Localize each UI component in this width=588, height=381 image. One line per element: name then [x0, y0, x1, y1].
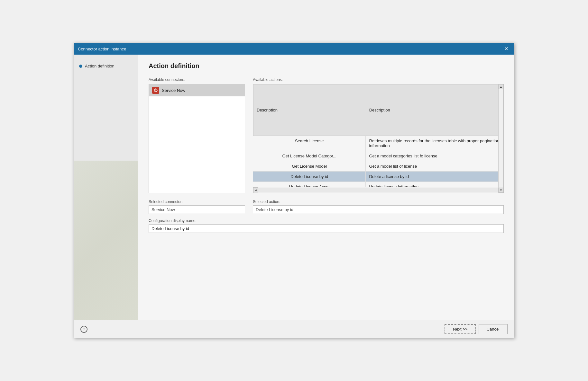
table-row[interactable]: Search LicenseRetrieves multiple records…: [253, 136, 503, 151]
selected-action-input[interactable]: [253, 205, 504, 214]
available-connectors-label: Available connectors:: [149, 77, 245, 82]
action-name-cell: Delete License by id: [253, 171, 366, 182]
title-bar: Connector action instance ✕: [74, 43, 514, 55]
main-content: Action definition Available connectors: …: [138, 55, 514, 320]
horizontal-scrollbar[interactable]: ◄ ►: [253, 187, 503, 193]
available-actions-label: Available actions:: [253, 77, 504, 82]
scroll-left-arrow[interactable]: ◄: [253, 187, 258, 193]
two-column-layout: Available connectors: ⏻ Service Now Avai…: [149, 77, 504, 193]
connector-name: Service Now: [162, 88, 185, 93]
connectors-list[interactable]: ⏻ Service Now: [149, 84, 245, 193]
selected-connector-label: Selected connector:: [149, 199, 245, 204]
action-description-cell: Update license information: [366, 182, 503, 187]
selected-action-group: Selected action:: [253, 199, 504, 214]
table-row[interactable]: Update License AssetUpdate license infor…: [253, 182, 503, 187]
dialog-title: Connector action instance: [78, 47, 126, 51]
actions-table-body: Search LicenseRetrieves multiple records…: [253, 136, 503, 187]
help-icon[interactable]: ?: [80, 326, 87, 333]
dialog: Connector action instance ✕ Action defin…: [74, 43, 514, 338]
dialog-body: Action definition Action definition Avai…: [74, 55, 514, 320]
col-header-description1: Description: [253, 84, 366, 136]
actions-table-scroll[interactable]: Search LicenseRetrieves multiple records…: [253, 136, 503, 187]
sidebar: Action definition: [74, 55, 138, 320]
scroll-up-arrow[interactable]: ▲: [499, 84, 504, 89]
page-title: Action definition: [149, 62, 504, 70]
sidebar-dot: [79, 65, 82, 68]
action-name-cell: Search License: [253, 136, 366, 151]
action-description-cell: Get a model list of license: [366, 161, 503, 171]
table-row[interactable]: Get License ModelGet a model list of lic…: [253, 161, 503, 171]
config-display-name-group: Configuration display name:: [149, 218, 504, 233]
actions-table: Description Description: [253, 84, 503, 136]
connectors-column: Available connectors: ⏻ Service Now: [149, 77, 245, 193]
power-icon: ⏻: [154, 88, 158, 92]
actions-table-wrapper: Description Description Sea: [253, 84, 504, 193]
next-button[interactable]: Next >>: [445, 324, 476, 334]
selected-action-label: Selected action:: [253, 199, 504, 204]
selected-fields-row: Selected connector: Selected action:: [149, 199, 504, 214]
cancel-button[interactable]: Cancel: [479, 324, 508, 334]
selected-connector-group: Selected connector:: [149, 199, 245, 214]
action-name-cell: Get License Model Categor...: [253, 151, 366, 161]
sidebar-item-action-definition[interactable]: Action definition: [74, 61, 138, 71]
selected-connector-input[interactable]: [149, 205, 245, 214]
footer-right: Next >> Cancel: [445, 324, 508, 334]
hscroll-track: [258, 188, 498, 192]
action-name-cell: Get License Model: [253, 161, 366, 171]
footer-left: ?: [80, 326, 87, 333]
close-button[interactable]: ✕: [502, 46, 510, 52]
action-description-cell: Get a model categories list fo license: [366, 151, 503, 161]
config-display-name-input[interactable]: [149, 224, 504, 233]
sidebar-background: [74, 161, 138, 320]
config-display-name-label: Configuration display name:: [149, 218, 504, 223]
action-description-cell: Delete a license by id: [366, 171, 503, 182]
action-description-cell: Retrieves multiple records for the licen…: [366, 136, 503, 151]
table-row[interactable]: Delete License by idDelete a license by …: [253, 171, 503, 182]
action-name-cell: Update License Asset: [253, 182, 366, 187]
table-row[interactable]: Get License Model Categor...Get a model …: [253, 151, 503, 161]
connector-item-service-now[interactable]: ⏻ Service Now: [149, 84, 245, 96]
actions-column: Available actions: Description Descripti…: [253, 77, 504, 193]
form-section: Selected connector: Selected action: Con…: [149, 199, 504, 233]
connector-icon: ⏻: [152, 87, 159, 94]
col-header-description2: Description: [366, 84, 503, 136]
footer: ? Next >> Cancel: [74, 320, 514, 338]
vertical-scrollbar[interactable]: ▲ ▼: [498, 84, 503, 187]
sidebar-item-label: Action definition: [85, 64, 115, 68]
